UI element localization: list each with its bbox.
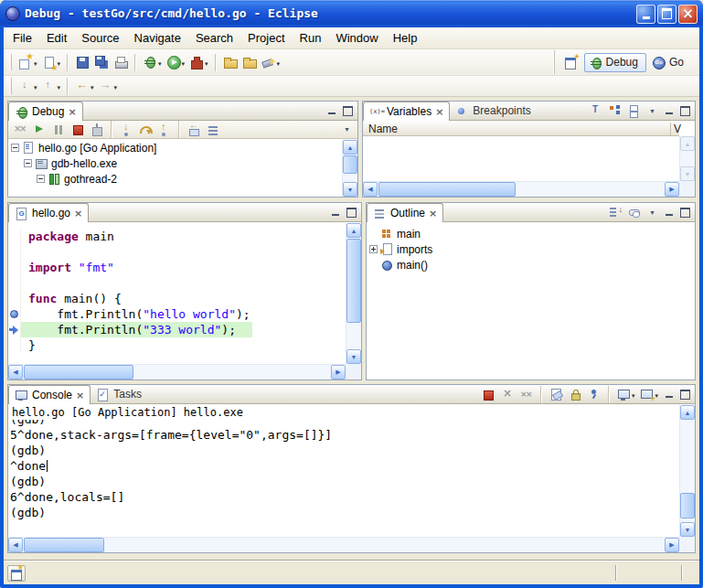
title-bar[interactable]: Debug - testGo/src/cmd/hello.go - Eclips… [0,0,703,27]
perspective-go[interactable]: Go [647,53,692,72]
tree-item[interactable]: main [367,226,695,241]
variables-horizontal-scrollbar[interactable] [363,181,679,197]
view-menu-icon[interactable] [644,104,660,118]
terminate-button[interactable] [479,385,497,403]
minimize-view-icon[interactable] [661,388,676,401]
scroll-up-icon[interactable] [346,223,361,238]
variables-table[interactable] [363,136,679,181]
tree-item[interactable]: imports [367,241,695,257]
disconnect-button[interactable] [88,121,106,139]
pin-console-button[interactable] [585,385,603,403]
scroll-right-icon[interactable] [665,182,679,197]
menu-source[interactable]: Source [74,28,126,48]
console-vertical-scrollbar[interactable] [679,405,695,537]
scrollbar-thumb[interactable] [378,182,516,197]
minimize-view-icon[interactable] [327,206,343,219]
scrollbar-thumb[interactable] [24,538,104,552]
drop-to-frame-button[interactable] [185,121,203,139]
link-with-editor-button[interactable] [625,203,644,221]
console-horizontal-scrollbar[interactable] [8,537,679,552]
close-tab-icon[interactable] [76,389,84,401]
resume-button[interactable] [30,121,48,139]
toolbar-drag-handle[interactable] [9,78,12,94]
close-tab-icon[interactable] [68,105,76,118]
scroll-left-icon[interactable] [8,538,23,552]
sort-button[interactable] [606,203,624,221]
tree-item[interactable]: gdb-hello.exe [8,155,342,171]
scroll-right-icon[interactable] [665,538,679,552]
show-logical-structures-button[interactable] [606,102,624,120]
maximize-button[interactable] [657,5,676,24]
outline-tree[interactable]: mainimportsmain() [367,223,695,380]
minimize-view-icon[interactable] [324,104,339,118]
forward-button[interactable] [97,77,120,95]
tab-tasks[interactable]: Tasks [91,385,147,403]
view-menu-icon[interactable] [339,123,355,136]
collapse-icon[interactable] [37,175,45,183]
menu-window[interactable]: Window [328,28,385,48]
close-tab-icon[interactable] [435,105,443,118]
open-perspective-button[interactable] [562,53,581,71]
code-line[interactable]: func main() { [8,291,346,306]
tab-debug[interactable]: Debug [8,102,83,121]
scroll-up-icon[interactable] [680,405,695,420]
perspective-debug[interactable]: Debug [584,53,646,72]
debug-tree[interactable]: hello.go [Go Application]gdb-hello.exego… [8,140,342,197]
remove-launch-button[interactable] [498,385,517,403]
maximize-view-icon[interactable] [344,206,359,219]
view-menu-icon[interactable] [644,206,660,219]
code-line[interactable]: fmt.Println("333 world"); [8,322,346,337]
debug-button[interactable] [141,53,164,71]
terminate-button[interactable] [69,121,87,139]
open-folder-button[interactable] [240,53,259,71]
next-annotation-button[interactable] [16,77,39,95]
menu-help[interactable]: Help [386,28,425,48]
close-tab-icon[interactable] [429,207,437,219]
scrollbar-thumb[interactable] [24,365,133,380]
code-line[interactable] [8,244,346,260]
minimize-view-icon[interactable] [661,206,676,219]
save-all-button[interactable] [92,53,111,71]
back-button[interactable] [73,77,96,95]
step-return-button[interactable] [155,121,174,139]
code-line[interactable]: package main [8,229,346,244]
variables-vertical-scrollbar[interactable] [679,136,695,181]
scroll-left-icon[interactable] [363,182,378,197]
maximize-view-icon[interactable] [677,104,693,118]
collapse-all-button[interactable] [625,102,644,120]
print-button[interactable] [112,53,130,71]
editor-horizontal-scrollbar[interactable] [8,364,346,380]
maximize-view-icon[interactable] [677,206,693,219]
remove-all-terminated-button[interactable] [11,121,29,139]
scroll-lock-button[interactable] [566,385,584,403]
scroll-up-icon[interactable] [343,140,357,155]
code-line[interactable]: } [8,337,346,353]
menu-project[interactable]: Project [240,28,292,48]
collapse-icon[interactable] [24,159,32,167]
open-console-button[interactable] [637,385,660,403]
maximize-view-icon[interactable] [677,388,693,401]
code-lines[interactable]: package main import "fmt" func main() { … [8,223,346,364]
maximize-view-icon[interactable] [340,104,356,118]
scroll-down-icon[interactable] [346,349,361,364]
toolbar-drag-handle[interactable] [9,54,12,70]
menu-navigate[interactable]: Navigate [127,28,188,48]
minimize-view-icon[interactable] [661,104,676,118]
use-step-filters-button[interactable] [204,121,222,139]
display-selected-console-button[interactable] [614,385,637,403]
expand-icon[interactable] [369,245,378,253]
scrollbar-thumb[interactable] [680,493,695,519]
column-name[interactable]: Name [368,123,398,135]
code-line[interactable]: import "fmt" [8,260,346,275]
collapse-icon[interactable] [11,144,19,152]
menu-file[interactable]: File [5,28,39,48]
close-tab-icon[interactable] [74,207,82,219]
tree-item[interactable]: gothread-2 [8,171,342,187]
new-wizard-button[interactable] [16,53,39,71]
search-button[interactable] [260,53,282,71]
new-go-element-button[interactable] [40,53,63,71]
close-button[interactable] [678,5,698,24]
scroll-right-icon[interactable] [331,365,346,380]
step-into-button[interactable] [117,121,135,139]
tab-breakpoints[interactable]: Breakpoints [450,102,536,120]
